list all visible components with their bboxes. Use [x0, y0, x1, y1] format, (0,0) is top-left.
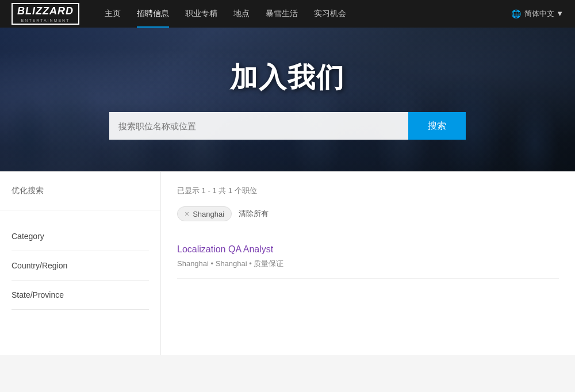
nav-item-life[interactable]: 暴雪生活: [258, 0, 306, 28]
language-selector[interactable]: 🌐 简体中文 ▼: [511, 9, 564, 19]
language-label: 简体中文 ▼: [524, 9, 564, 19]
hero-title: 加入我们: [230, 59, 345, 96]
results-count: 已显示 1 - 1 共 1 个职位: [177, 186, 559, 196]
filter-state-label: State/Province: [12, 290, 64, 299]
navbar: BLIZZARD ENTERTAINMENT 主页 招聘信息 职业专精 地点 暴…: [0, 0, 575, 28]
search-input[interactable]: [109, 112, 408, 140]
job-title-link[interactable]: Localization QA Analyst: [177, 244, 559, 255]
active-filter-label: Shanghai: [193, 210, 224, 218]
filter-tags: × Shanghai 清除所有: [177, 206, 559, 221]
clear-all-button[interactable]: 清除所有: [239, 209, 269, 219]
brand-logo[interactable]: BLIZZARD ENTERTAINMENT: [12, 3, 79, 25]
nav-links: 主页 招聘信息 职业专精 地点 暴雪生活 实习机会: [97, 0, 511, 28]
filter-category[interactable]: Category: [12, 222, 149, 251]
content-area: 优化搜索 Category Country/Region State/Provi…: [0, 171, 575, 355]
filter-country[interactable]: Country/Region: [12, 251, 149, 280]
sidebar-divider: [0, 210, 160, 210]
search-button[interactable]: 搜索: [408, 112, 466, 140]
hero-section: 加入我们 搜索: [0, 28, 575, 171]
hero-search-bar: 搜索: [109, 112, 466, 140]
filter-category-label: Category: [12, 232, 44, 241]
job-meta: Shanghai • Shanghai • 质量保证: [177, 259, 283, 268]
nav-item-home[interactable]: 主页: [97, 0, 129, 28]
remove-filter-icon[interactable]: ×: [185, 209, 189, 218]
brand-name: BLIZZARD: [17, 5, 74, 17]
sidebar: 优化搜索 Category Country/Region State/Provi…: [0, 172, 161, 355]
nav-item-internship[interactable]: 实习机会: [306, 0, 354, 28]
brand-sub: ENTERTAINMENT: [21, 18, 70, 22]
filter-state[interactable]: State/Province: [12, 280, 149, 310]
job-card: Localization QA Analyst Shanghai • Shang…: [177, 235, 559, 279]
filter-country-label: Country/Region: [12, 261, 67, 270]
active-filter-tag[interactable]: × Shanghai: [177, 206, 232, 221]
hero-overlay: [0, 28, 575, 171]
nav-item-specialty[interactable]: 职业专精: [177, 0, 225, 28]
sidebar-title: 优化搜索: [12, 186, 149, 196]
globe-icon: 🌐: [511, 9, 521, 18]
nav-item-locations[interactable]: 地点: [225, 0, 258, 28]
nav-item-jobs[interactable]: 招聘信息: [129, 0, 177, 28]
main-content: 已显示 1 - 1 共 1 个职位 × Shanghai 清除所有 Locali…: [161, 172, 575, 355]
